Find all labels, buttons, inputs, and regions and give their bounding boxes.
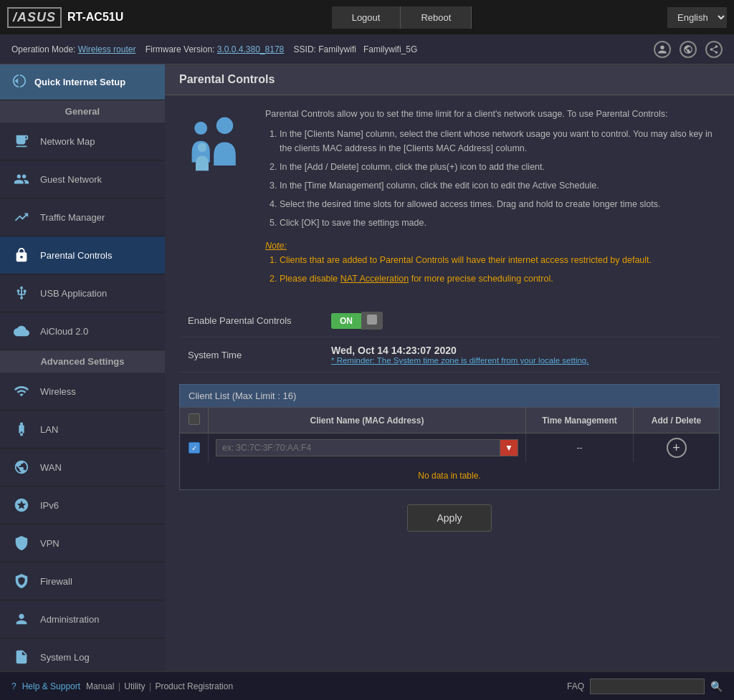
guest-network-label: Guest Network <box>40 174 102 185</box>
sidebar-item-administration[interactable]: Administration <box>0 600 165 638</box>
system-time-value: Wed, Oct 14 14:23:07 2020 <box>331 345 711 356</box>
ipv6-icon <box>11 495 32 515</box>
client-table-body: ✓ ▼ -- + No <box>180 433 720 490</box>
row-checkbox-cell: ✓ <box>180 433 209 463</box>
administration-icon <box>11 609 32 629</box>
sidebar-item-traffic-manager[interactable]: Traffic Manager <box>0 198 165 236</box>
sidebar-item-aicloud[interactable]: AiCloud 2.0 <box>0 312 165 350</box>
apply-button[interactable]: Apply <box>407 504 491 532</box>
mac-input-wrapper: ▼ <box>216 439 518 456</box>
mac-address-input[interactable] <box>216 439 500 456</box>
language-select[interactable]: English <box>667 7 727 28</box>
sidebar-item-ipv6[interactable]: IPv6 <box>0 486 165 524</box>
faq-search-input[interactable] <box>590 679 705 694</box>
nat-acceleration-link[interactable]: NAT Acceleration <box>340 274 409 284</box>
toggle-handle <box>367 315 377 325</box>
share-icon[interactable] <box>705 41 723 58</box>
step-1: In the [Clients Name] column, select the… <box>280 127 720 155</box>
faq-label: FAQ <box>567 681 584 691</box>
content-area: Parental Controls <box>165 64 734 671</box>
product-registration-link[interactable]: Product Registration <box>155 681 233 691</box>
user-icon[interactable] <box>654 41 671 58</box>
operation-mode: Operation Mode: Wireless router Firmware… <box>11 44 417 54</box>
client-table: Client Name (MAC Address) Time Managemen… <box>179 407 720 490</box>
wireless-router-link[interactable]: Wireless router <box>78 44 136 54</box>
content-body: Parental Controls allow you to set the t… <box>165 95 734 543</box>
description-intro: Parental Controls allow you to set the t… <box>265 107 720 121</box>
client-input-row: ✓ ▼ -- + <box>180 433 720 463</box>
model-name: RT-AC51U <box>67 11 123 24</box>
enable-toggle[interactable]: ON <box>331 312 711 330</box>
quick-setup-label: Quick Internet Setup <box>34 77 125 87</box>
sidebar: Quick Internet Setup General Network Map… <box>0 64 165 671</box>
time-reminder[interactable]: * Reminder: The System time zone is diff… <box>331 356 711 365</box>
toggle-on-label: ON <box>331 313 361 329</box>
row-checkbox[interactable]: ✓ <box>189 442 200 454</box>
separator-1: | <box>118 681 123 691</box>
top-buttons: Logout Reboot <box>143 6 660 29</box>
firmware-version-link[interactable]: 3.0.0.4.380_8178 <box>217 44 284 54</box>
logo-area: /ASUS RT-AC51U <box>7 7 136 28</box>
network-icon[interactable] <box>680 41 697 58</box>
reboot-button[interactable]: Reboot <box>401 6 472 29</box>
add-client-button[interactable]: + <box>667 438 687 458</box>
second-bar: Operation Mode: Wireless router Firmware… <box>0 34 734 64</box>
sidebar-item-usb-application[interactable]: USB Application <box>0 274 165 312</box>
sidebar-item-firewall[interactable]: Firewall <box>0 562 165 600</box>
sidebar-item-vpn[interactable]: VPN <box>0 524 165 562</box>
apply-area: Apply <box>179 504 720 532</box>
notes-area: Note: Clients that are added to Parental… <box>265 239 720 286</box>
steps-list: In the [Clients Name] column, select the… <box>280 127 720 230</box>
parental-controls-illustration <box>179 107 251 290</box>
notes-list: Clients that are added to Parental Contr… <box>280 253 720 286</box>
client-name-header: Client Name (MAC Address) <box>209 408 526 433</box>
system-time-value-cell: Wed, Oct 14 14:23:07 2020 * Reminder: Th… <box>323 337 720 373</box>
svg-point-1 <box>216 118 233 134</box>
client-table-head: Client Name (MAC Address) Time Managemen… <box>180 408 720 433</box>
asus-logo: /ASUS <box>7 7 62 28</box>
aicloud-icon <box>11 321 32 341</box>
traffic-manager-icon <box>11 207 32 227</box>
system-time-row: System Time Wed, Oct 14 14:23:07 2020 * … <box>179 337 720 373</box>
help-support-link[interactable]: Help & Support <box>22 681 80 691</box>
time-management-header: Time Management <box>526 408 634 433</box>
system-time-label: System Time <box>179 337 323 373</box>
client-list-header: Client List (Max Limit : 16) <box>179 384 720 407</box>
sidebar-item-parental-controls[interactable]: Parental Controls <box>0 236 165 274</box>
mac-input-cell: ▼ <box>209 433 526 463</box>
step-2: In the [Add / Delete] column, click the … <box>280 160 720 174</box>
add-delete-header: Add / Delete <box>634 408 720 433</box>
no-data-cell: No data in table. <box>180 462 720 490</box>
sidebar-item-wireless[interactable]: Wireless <box>0 373 165 411</box>
settings-table: Enable Parental Controls ON System Time <box>179 305 720 373</box>
search-icon[interactable]: 🔍 <box>710 681 723 692</box>
system-log-icon <box>11 647 32 667</box>
administration-label: Administration <box>40 614 99 625</box>
step-5: Click [OK] to save the settings made. <box>280 216 720 230</box>
manual-link[interactable]: Manual <box>86 681 114 691</box>
svg-point-2 <box>198 143 207 153</box>
wan-label: WAN <box>40 462 62 473</box>
quick-setup-icon <box>11 73 27 91</box>
mac-dropdown-button[interactable]: ▼ <box>500 439 518 456</box>
sidebar-item-guest-network[interactable]: Guest Network <box>0 160 165 198</box>
utility-link[interactable]: Utility <box>124 681 145 691</box>
description-text: Parental Controls allow you to set the t… <box>265 107 720 290</box>
firewall-icon <box>11 571 32 591</box>
add-delete-cell: + <box>634 433 720 463</box>
sidebar-item-system-log[interactable]: System Log <box>0 638 165 671</box>
enable-toggle-cell: ON <box>323 305 720 337</box>
sidebar-item-wan[interactable]: WAN <box>0 449 165 486</box>
checkbox-header <box>180 408 209 433</box>
footer-faq: FAQ 🔍 <box>567 679 723 694</box>
footer-left: ? Help & Support Manual | Utility | Prod… <box>11 681 233 691</box>
select-all-checkbox[interactable] <box>189 413 200 425</box>
aicloud-label: AiCloud 2.0 <box>40 326 88 337</box>
logout-button[interactable]: Logout <box>332 6 401 29</box>
description-area: Parental Controls allow you to set the t… <box>179 107 720 290</box>
wan-icon <box>11 457 32 477</box>
sidebar-item-network-map[interactable]: Network Map <box>0 123 165 160</box>
sidebar-item-lan[interactable]: LAN <box>0 411 165 449</box>
sidebar-item-quick-setup[interactable]: Quick Internet Setup <box>0 64 165 100</box>
network-map-label: Network Map <box>40 136 95 147</box>
